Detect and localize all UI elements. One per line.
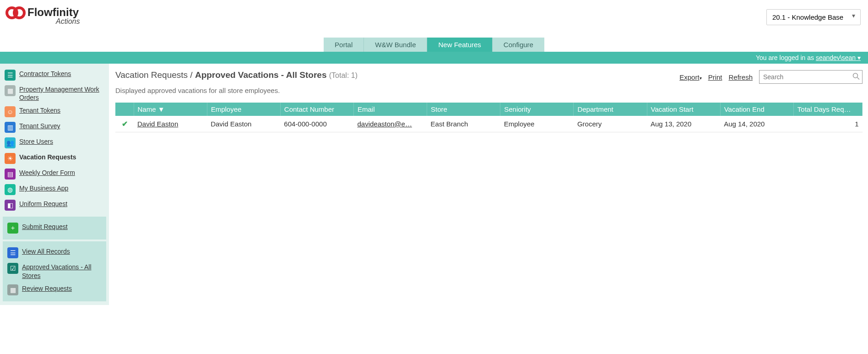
user-link[interactable]: seandev\sean ▾ — [816, 54, 861, 61]
table-header-row: Name ▼ Employee Contact Number Email Sto… — [115, 103, 863, 116]
cell-approved: ✔ — [115, 116, 134, 132]
logo-text: Flowfinity — [27, 6, 79, 18]
sidebar-item-label: Approved Vacations - All Stores — [22, 263, 102, 279]
svg-line-3 — [857, 77, 860, 80]
globe-icon: ◍ — [5, 184, 16, 195]
content-area: Vacation Requests / Approved Vacations -… — [109, 64, 868, 305]
user-bar: You are logged in as seandev\sean ▾ — [0, 52, 868, 64]
col-contact[interactable]: Contact Number — [280, 103, 353, 116]
user-bar-prefix: You are logged in as — [756, 54, 816, 61]
col-employee[interactable]: Employee — [207, 103, 280, 116]
sidebar-item-weekly-order[interactable]: ▤ Weekly Order Form — [3, 166, 106, 182]
sidebar-view-approved-vacations[interactable]: ☑ Approved Vacations - All Stores — [5, 261, 103, 282]
version-select[interactable]: 20.1 - Knowledge Base — [766, 9, 861, 25]
person-icon: ☺ — [5, 106, 16, 117]
tab-portal[interactable]: Portal — [324, 38, 364, 52]
sidebar-item-label: View All Records — [22, 247, 70, 256]
record-link[interactable]: David Easton — [137, 120, 178, 128]
sidebar-submit-section: ＋ Submit Request — [3, 217, 106, 240]
col-seniority[interactable]: Seniority — [500, 103, 574, 116]
table-row[interactable]: ✔ David Easton David Easton 604-000-0000… — [115, 116, 863, 132]
cell-department: Grocery — [574, 116, 647, 132]
cell-email[interactable]: davideaston@e… — [353, 116, 427, 132]
cell-employee: David Easton — [207, 116, 280, 132]
col-vend[interactable]: Vacation End — [720, 103, 793, 116]
search-icon[interactable] — [852, 73, 860, 82]
app-header: Flowfinity Actions 20.1 - Knowledge Base — [0, 0, 868, 27]
search-box — [759, 70, 863, 84]
shirt-icon: ◧ — [5, 200, 16, 211]
col-vstart[interactable]: Vacation Start — [647, 103, 720, 116]
breadcrumb-root: Vacation Requests — [115, 70, 188, 80]
sidebar-item-tenant-survey[interactable]: ▥ Tenant Survey — [3, 120, 106, 135]
sidebar-item-my-business-app[interactable]: ◍ My Business App — [3, 182, 106, 197]
cell-store: East Branch — [427, 116, 500, 132]
col-department[interactable]: Department — [574, 103, 647, 116]
cell-name[interactable]: David Easton — [134, 116, 207, 132]
sidebar-item-label: Vacation Requests — [19, 153, 76, 161]
col-store[interactable]: Store — [427, 103, 500, 116]
sidebar-item-vacation-requests[interactable]: ☀ Vacation Requests — [3, 151, 106, 166]
tab-ww-bundle[interactable]: W&W Bundle — [364, 38, 427, 52]
sidebar-item-label: Review Requests — [22, 284, 72, 293]
sidebar-item-label: Weekly Order Form — [19, 169, 75, 177]
tab-configure[interactable]: Configure — [493, 38, 544, 52]
sidebar-item-store-users[interactable]: 👥 Store Users — [3, 135, 106, 151]
col-days[interactable]: Total Days Req… — [793, 103, 862, 116]
nav-tabs: Portal W&W Bundle New Features Configure — [0, 38, 868, 52]
breadcrumb-total: (Total: 1) — [329, 71, 358, 79]
building-icon: ▦ — [5, 85, 16, 96]
sidebar-item-label: Store Users — [19, 137, 53, 146]
plus-icon: ＋ — [7, 223, 18, 234]
check-icon: ✔ — [122, 120, 128, 128]
tab-new-features[interactable]: New Features — [427, 38, 492, 52]
sidebar-view-all-records[interactable]: ☰ View All Records — [5, 245, 103, 261]
cell-contact: 604-000-0000 — [280, 116, 353, 132]
cell-vstart: Aug 13, 2020 — [647, 116, 720, 132]
sidebar-item-label: Tenant Tokens — [19, 106, 60, 114]
chart-icon: ▥ — [5, 122, 16, 133]
sidebar-item-contractor-tokens[interactable]: ☰ Contractor Tokens — [3, 67, 106, 83]
sidebar-item-uniform-request[interactable]: ◧ Uniform Request — [3, 197, 106, 213]
sidebar-item-label: Submit Request — [22, 223, 68, 231]
calendar-alt-icon: ▦ — [7, 284, 18, 295]
page-header: Vacation Requests / Approved Vacations -… — [115, 70, 863, 84]
page-actions: Export Print Refresh — [679, 70, 863, 84]
version-select-wrap: 20.1 - Knowledge Base — [766, 4, 861, 25]
col-name[interactable]: Name ▼ — [134, 103, 207, 116]
col-check[interactable] — [115, 103, 134, 116]
flowfinity-logo-icon: Flowfinity Actions — [5, 4, 87, 27]
sidebar-item-property-management[interactable]: ▦ Property Management Work Orders — [3, 83, 106, 104]
search-input[interactable] — [759, 70, 863, 84]
cell-vend: Aug 14, 2020 — [720, 116, 793, 132]
sidebar-submit-request[interactable]: ＋ Submit Request — [5, 220, 103, 236]
sidebar-view-review-requests[interactable]: ▦ Review Requests — [5, 282, 103, 298]
print-button[interactable]: Print — [708, 73, 722, 81]
main-content: ☰ Contractor Tokens ▦ Property Managemen… — [0, 64, 868, 305]
refresh-button[interactable]: Refresh — [728, 73, 753, 81]
results-table: Name ▼ Employee Contact Number Email Sto… — [115, 103, 863, 132]
logo-subtitle: Actions — [55, 17, 80, 25]
breadcrumb: Vacation Requests / Approved Vacations -… — [115, 70, 358, 80]
sidebar-item-label: Tenant Survey — [19, 122, 60, 130]
list-icon: ☰ — [7, 247, 18, 258]
breadcrumb-current: Approved Vacations - All Stores — [195, 70, 327, 80]
form-icon: ▤ — [5, 169, 16, 180]
clipboard-icon: ☰ — [5, 70, 16, 81]
sidebar-item-label: Contractor Tokens — [19, 70, 71, 78]
page-description: Displayed approved vacations for all sto… — [115, 87, 863, 94]
logo: Flowfinity Actions — [5, 4, 87, 27]
sidebar-apps: ☰ Contractor Tokens ▦ Property Managemen… — [3, 67, 106, 213]
users-icon: 👥 — [5, 137, 16, 148]
check-list-icon: ☑ — [7, 263, 18, 274]
col-email[interactable]: Email — [353, 103, 427, 116]
export-button[interactable]: Export — [679, 73, 701, 81]
breadcrumb-sep: / — [190, 70, 195, 80]
cell-days: 1 — [793, 116, 862, 132]
sidebar-item-tenant-tokens[interactable]: ☺ Tenant Tokens — [3, 104, 106, 120]
sidebar: ☰ Contractor Tokens ▦ Property Managemen… — [0, 64, 109, 305]
svg-point-2 — [853, 73, 858, 78]
sidebar-item-label: My Business App — [19, 184, 68, 192]
email-link[interactable]: davideaston@e… — [357, 120, 412, 128]
sidebar-item-label: Uniform Request — [19, 200, 67, 208]
